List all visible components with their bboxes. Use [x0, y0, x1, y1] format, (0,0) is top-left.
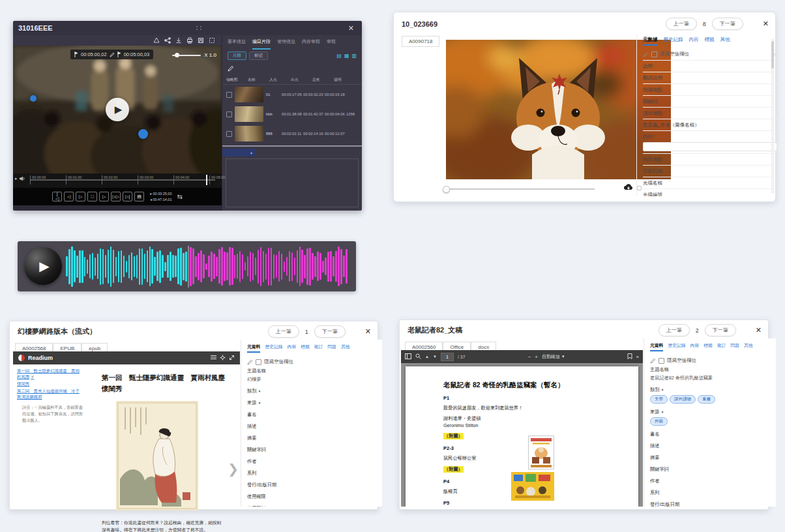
metadata-field[interactable]: 摘要▼	[650, 454, 772, 461]
metadata-field[interactable]: 光碟名稱	[643, 177, 777, 189]
mini-play-icon[interactable]: ▸	[15, 176, 18, 181]
sidebar-toggle-icon[interactable]	[405, 353, 411, 361]
metadata-field[interactable]: 描述▼	[247, 423, 378, 430]
metadata-tab[interactable]: 歷史記錄	[664, 37, 683, 46]
metadata-field[interactable]: 翻譯說明	[643, 72, 777, 84]
metadata-tab[interactable]: 內容	[690, 342, 700, 351]
metadata-tab[interactable]: 其他	[341, 344, 350, 353]
close-icon[interactable]: ✕	[365, 327, 371, 336]
clip-panel-tab[interactable]: 管理信息	[277, 38, 295, 50]
edit-icon[interactable]	[222, 62, 362, 76]
toc-item[interactable]: 懷閨秀	[17, 381, 83, 387]
metadata-field[interactable]: 作者▼	[650, 478, 772, 484]
hide-empty-checkbox[interactable]	[256, 359, 261, 365]
metadata-field[interactable]: 描述▼	[650, 443, 772, 449]
zoom-slider-handle[interactable]	[443, 186, 450, 193]
metadata-tab[interactable]: 複訂	[717, 342, 726, 351]
hide-empty-checkbox[interactable]	[659, 358, 664, 364]
clip-panel-tab[interactable]: 基本信息	[228, 38, 246, 50]
expand-icon[interactable]	[229, 355, 235, 362]
metadata-field[interactable]: 來源▼ 外購	[650, 409, 772, 426]
clip-thumbnail[interactable]	[235, 87, 263, 102]
prev-record-button[interactable]: 上一筆	[666, 18, 697, 30]
more-tools-icon[interactable]: »	[636, 354, 639, 360]
metadata-field[interactable]: 說明	[643, 61, 777, 72]
toc-icon[interactable]	[211, 355, 216, 361]
metadata-field[interactable]: 印刷日期	[643, 166, 777, 177]
metadata-tab[interactable]: 標籤	[705, 37, 715, 46]
transport-button[interactable]: ◁	[64, 192, 74, 201]
view-toggle-icon[interactable]: ▤	[336, 53, 342, 59]
clip-row[interactable]: bbb 00:01:38:08 00:01:42:37 00:00:04:06 …	[222, 104, 362, 124]
page-number-input[interactable]: 1	[441, 353, 454, 361]
metadata-tab[interactable]: 內容	[689, 37, 699, 46]
metadata-field[interactable]: 使用限制▼	[247, 505, 378, 507]
metadata-tab[interactable]: 問題	[327, 344, 336, 353]
metadata-tab[interactable]: 標籤	[704, 342, 713, 351]
metadata-tab[interactable]: 問題	[730, 342, 739, 351]
playhead[interactable]	[206, 175, 207, 185]
view-toggle-icon[interactable]: ▦	[344, 53, 349, 59]
metadata-field[interactable]: 摘要▼	[247, 435, 378, 441]
annotation-badge[interactable]	[138, 129, 148, 139]
settings-gear-icon[interactable]	[220, 355, 226, 362]
metadata-tab[interactable]: 其他	[744, 342, 753, 351]
row-checkbox[interactable]	[226, 131, 232, 137]
metadata-field[interactable]: 系列▼	[650, 490, 772, 496]
metadata-field[interactable]: 內容地點	[643, 154, 777, 166]
clip-thumbnail[interactable]	[235, 126, 263, 141]
search-icon[interactable]	[415, 353, 421, 361]
metadata-tab[interactable]: 歷史記錄	[668, 342, 685, 351]
asset-id-tab[interactable]: A0090718	[402, 36, 439, 47]
transport-button[interactable]: ▷	[76, 192, 85, 201]
cloud-download-icon[interactable]	[623, 182, 634, 194]
loop-icon[interactable]: ⇆	[177, 193, 182, 200]
clip-panel-tab[interactable]: 审核	[327, 38, 336, 50]
fullscreen-icon[interactable]	[196, 25, 202, 31]
bookmark-icon[interactable]	[627, 353, 632, 361]
prev-record-button[interactable]: 上一筆	[659, 324, 690, 336]
metadata-field[interactable]: 類別▼ 文學課外讀物童書	[650, 387, 772, 404]
transport-button[interactable]: ▷▷	[111, 192, 121, 201]
metadata-field[interactable]: 光碟編號	[643, 189, 777, 196]
metadata-field[interactable]: 發行/出版日期▼	[247, 482, 378, 488]
metadata-field[interactable]: 發行/出版日期▼	[650, 501, 772, 507]
speed-slider-handle[interactable]	[175, 53, 179, 57]
tag-pill[interactable]: 課外讀物	[670, 395, 696, 404]
metadata-tab[interactable]: 元數據	[643, 37, 658, 46]
metadata-field[interactable]: 拍攝地點	[643, 84, 777, 96]
metadata-tab[interactable]: 標籤	[301, 344, 310, 353]
transport-button[interactable]: □	[87, 192, 97, 201]
reading-pane[interactable]: 第一回 甄士隱夢幻識通靈 賈雨村風塵 懷閨秀	[86, 364, 240, 505]
metadata-field[interactable]: 類別▼	[247, 388, 378, 394]
metadata-field[interactable]: 演出地點	[643, 108, 777, 119]
metadata-field[interactable]: 自定義_作者（圖像名稱）	[643, 119, 777, 131]
page-up-icon[interactable]: ▲	[425, 355, 429, 359]
zoom-select[interactable]: 自動縮放 ▾	[542, 353, 565, 360]
metadata-field[interactable]: 主題名稱▼ 老鼠記者82 奇怪的乳酪盜竊案	[650, 366, 772, 381]
close-icon[interactable]: ✕	[346, 24, 357, 33]
pencil-icon[interactable]	[650, 358, 656, 364]
waveform[interactable]	[66, 241, 349, 291]
clip-panel-tab[interactable]: 编目片段	[252, 38, 271, 50]
metadata-tab[interactable]: 歷史記錄	[265, 344, 282, 353]
frame-icon[interactable]	[209, 37, 215, 44]
chapter-close-icon[interactable]: ✕	[31, 375, 34, 379]
clip-panel-tab[interactable]: 内容审核	[302, 38, 320, 50]
tag-pill[interactable]: 童書	[698, 395, 715, 404]
metadata-field[interactable]: 使用權限▼	[247, 494, 378, 500]
metadata-tab[interactable]: 元資料	[247, 344, 260, 353]
transport-button[interactable]: ▷|	[123, 192, 132, 201]
prev-record-button[interactable]: 上一筆	[268, 325, 299, 338]
collapse-icon[interactable]: ‹	[773, 52, 777, 57]
zoom-out-button[interactable]: −	[528, 354, 531, 360]
clip-thumbnail[interactable]	[235, 106, 263, 122]
panel-dropdown[interactable]: ▾	[222, 149, 255, 156]
metadata-field[interactable]: 關鍵詞	[643, 96, 777, 108]
speed-control[interactable]: X 1.0	[172, 52, 216, 58]
metadata-tab[interactable]: 元資料	[650, 342, 663, 351]
page-down-icon[interactable]: ▼	[433, 355, 437, 359]
clip-row[interactable]: 888 00:02:02:11 00:02:14:16 00:00:12:07	[222, 124, 362, 143]
row-checkbox[interactable]	[226, 111, 232, 117]
save-icon[interactable]	[198, 37, 204, 44]
